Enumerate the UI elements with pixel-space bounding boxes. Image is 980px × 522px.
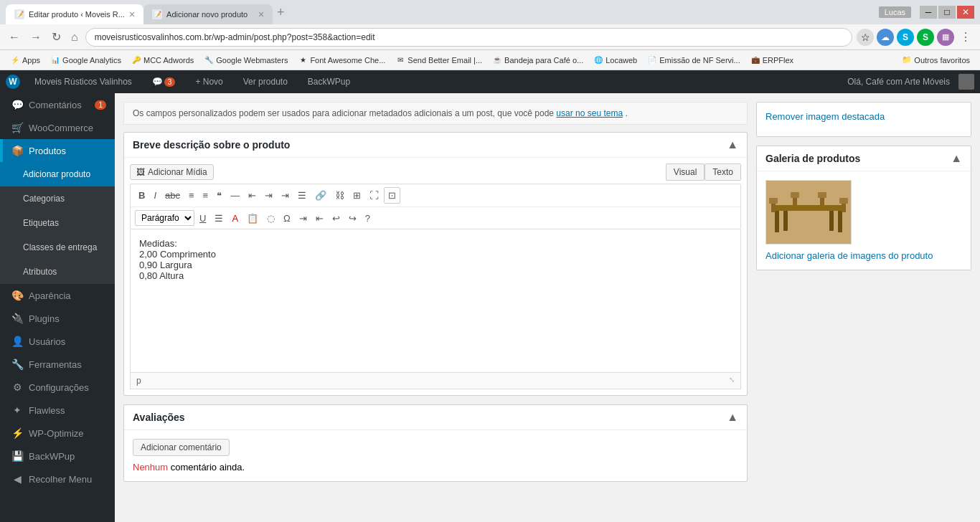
more-icon[interactable]: ⋮ <box>957 29 974 46</box>
bookmark-outros[interactable]: 📁 Outros favoritos <box>897 54 974 66</box>
tab-close-2[interactable]: × <box>258 9 264 20</box>
browser-tab-1[interactable]: 📝 Editar produto ‹ Moveis R... × <box>6 4 143 24</box>
adminbar-comments[interactable]: 💬 3 <box>146 70 182 93</box>
visual-view-button[interactable]: Visual <box>666 163 705 181</box>
home-button[interactable]: ⌂ <box>68 29 81 45</box>
bookmark-webmasters[interactable]: 🔧 Google Webmasters <box>199 54 292 67</box>
add-gallery-link[interactable]: Adicionar galeria de imagens do produto <box>765 250 962 261</box>
sidebar-item-woocommerce[interactable]: 🛒 WooCommerce <box>0 116 115 139</box>
bookmark-sendbetter[interactable]: ✉ Send Better Email |... <box>391 54 486 67</box>
redo-button[interactable]: ↪ <box>345 211 360 226</box>
breve-descricao-toggle[interactable]: ▲ <box>727 138 738 151</box>
add-media-button[interactable]: 🖼 Adicionar Mídia <box>130 164 214 180</box>
adminbar-new[interactable]: + Novo <box>189 70 228 93</box>
avaliacoes-toggle[interactable]: ▲ <box>727 411 738 424</box>
add-comment-button[interactable]: Adicionar comentário <box>133 439 230 456</box>
ol-button[interactable]: ≡ <box>199 188 212 203</box>
breve-descricao-header[interactable]: Breve descrição sobre o produto ▲ <box>124 133 747 158</box>
ul-button[interactable]: ≡ <box>185 188 198 203</box>
new-tab-button[interactable]: + <box>273 5 289 20</box>
bookmark-erpflex[interactable]: 💼 ERPFlex <box>746 54 798 67</box>
ext-icon[interactable]: ▦ <box>937 29 954 46</box>
align-center-button[interactable]: ⇥ <box>261 188 276 203</box>
reload-button[interactable]: ↻ <box>49 29 64 45</box>
bookmark-apps[interactable]: ⚡ Apps <box>6 54 44 67</box>
sidebar-sub-etiquetas[interactable]: Etiquetas <box>0 211 115 235</box>
sidebar-item-wpoptimize[interactable]: ⚡ WP-Optimize <box>0 422 115 445</box>
bookmark-fontawesome[interactable]: ★ Font Awesome Che... <box>293 54 390 67</box>
align-left-button[interactable]: ⇤ <box>245 188 260 203</box>
undo-button[interactable]: ↩ <box>329 211 344 226</box>
text-view-button[interactable]: Texto <box>705 163 741 181</box>
address-bar[interactable] <box>85 28 852 47</box>
italic-button[interactable]: I <box>150 188 160 203</box>
no-comments-link[interactable]: Nenhum <box>133 462 168 473</box>
sidebar-sub-adicionar[interactable]: Adicionar produto <box>0 162 115 186</box>
sidebar-sub-classes[interactable]: Classes de entrega <box>0 235 115 260</box>
tab-close-1[interactable]: × <box>129 9 135 20</box>
sidebar-sub-atributos[interactable]: Atributos <box>0 260 115 284</box>
underline-button[interactable]: U <box>196 211 209 226</box>
sidebar-item-aparencia[interactable]: 🎨 Aparência <box>0 284 115 307</box>
sidebar-item-configuracoes[interactable]: ⚙ Configurações <box>0 376 115 399</box>
adminbar-view-product[interactable]: Ver produto <box>237 70 293 93</box>
gallery-image-container[interactable] <box>765 180 852 245</box>
bookmark-adwords[interactable]: 🔑 MCC Adwords <box>127 54 198 67</box>
s-icon-1[interactable]: S <box>897 29 914 46</box>
browser-tab-2[interactable]: 📝 Adicionar novo produto × <box>143 4 273 24</box>
minimize-btn[interactable]: ─ <box>920 6 937 19</box>
paste-text-button[interactable]: 📋 <box>243 211 262 226</box>
adminbar-site[interactable]: Moveis Rústicos Valinhos <box>29 70 138 93</box>
special-chars-button[interactable]: Ω <box>280 211 294 226</box>
sidebar-item-backwpup[interactable]: 💾 BackWPup <box>0 445 115 468</box>
toolbar-toggle[interactable]: ⊡ <box>384 187 400 204</box>
resize-handle[interactable]: ⤡ <box>729 376 735 386</box>
align-right-button[interactable]: ⇥ <box>278 188 293 203</box>
clear-button[interactable]: ◌ <box>263 211 278 226</box>
blockquote-button[interactable]: ❝ <box>213 188 225 203</box>
help-button[interactable]: ? <box>362 211 374 226</box>
align-button-2[interactable]: ☰ <box>211 211 227 226</box>
back-button[interactable]: ← <box>6 29 23 45</box>
galeria-toggle[interactable]: ▲ <box>951 152 962 165</box>
hr-button[interactable]: — <box>227 188 243 203</box>
sidebar-item-produtos-header[interactable]: 📦 Produtos <box>0 139 115 162</box>
align-justify-button[interactable]: ☰ <box>294 188 310 203</box>
bold-button[interactable]: B <box>135 188 149 203</box>
bookmark-locaweb[interactable]: 🌐 Locaweb <box>589 54 641 67</box>
table-button[interactable]: ⊞ <box>349 188 364 203</box>
galeria-header[interactable]: Galeria de produtos ▲ <box>757 146 971 171</box>
sidebar-item-flawless[interactable]: ✦ Flawless <box>0 399 115 422</box>
wp-logo[interactable]: W <box>6 75 20 89</box>
link-button[interactable]: 🔗 <box>311 188 330 203</box>
indent-button[interactable]: ⇥ <box>296 211 311 226</box>
locaweb-favicon: 🌐 <box>593 55 603 65</box>
bookmark-emissao[interactable]: 📄 Emissão de NF Servi... <box>643 54 744 67</box>
fullscreen-button[interactable]: ⛶ <box>366 188 382 203</box>
outdent-button[interactable]: ⇤ <box>312 211 327 226</box>
unlink-button[interactable]: ⛓ <box>331 188 348 203</box>
bookmark-analytics[interactable]: 📊 Google Analytics <box>46 54 126 67</box>
cloud-icon[interactable]: ☁ <box>877 29 894 46</box>
format-select[interactable]: Parágrafo Título 1 Título 2 <box>135 210 194 226</box>
adminbar-backwpup[interactable]: BackWPup <box>302 70 356 93</box>
remove-featured-link[interactable]: Remover imagem destacada <box>765 111 962 122</box>
sidebar-sub-categorias[interactable]: Categorias <box>0 186 115 211</box>
s-icon-2[interactable]: S <box>917 29 934 46</box>
sidebar-item-usuarios[interactable]: 👤 Usuários <box>0 330 115 353</box>
editor-toolbar: B I abc ≡ ≡ ❝ — ⇤ ⇥ <box>130 184 741 229</box>
close-btn[interactable]: ✕ <box>957 6 974 19</box>
star-icon[interactable]: ☆ <box>857 29 874 46</box>
strikethrough-button[interactable]: abc <box>161 188 184 203</box>
sidebar-item-ferramentas[interactable]: 🔧 Ferramentas <box>0 353 115 376</box>
sidebar-item-recolher[interactable]: ◀ Recolher Menu <box>0 468 115 490</box>
avaliacoes-header[interactable]: Avaliações ▲ <box>124 405 747 430</box>
maximize-btn[interactable]: □ <box>938 6 956 19</box>
forward-button[interactable]: → <box>27 29 44 45</box>
color-button[interactable]: A <box>228 211 242 226</box>
editor-area[interactable]: Medidas: 2,00 Comprimento 0,90 Largura 0… <box>130 229 741 373</box>
notice-link[interactable]: usar no seu tema <box>556 108 623 118</box>
bookmark-bandeja[interactable]: ☕ Bandeja para Café o... <box>488 54 588 67</box>
sidebar-item-plugins[interactable]: 🔌 Plugins <box>0 307 115 330</box>
sidebar-item-comentarios[interactable]: 💬 Comentários 1 <box>0 93 115 116</box>
